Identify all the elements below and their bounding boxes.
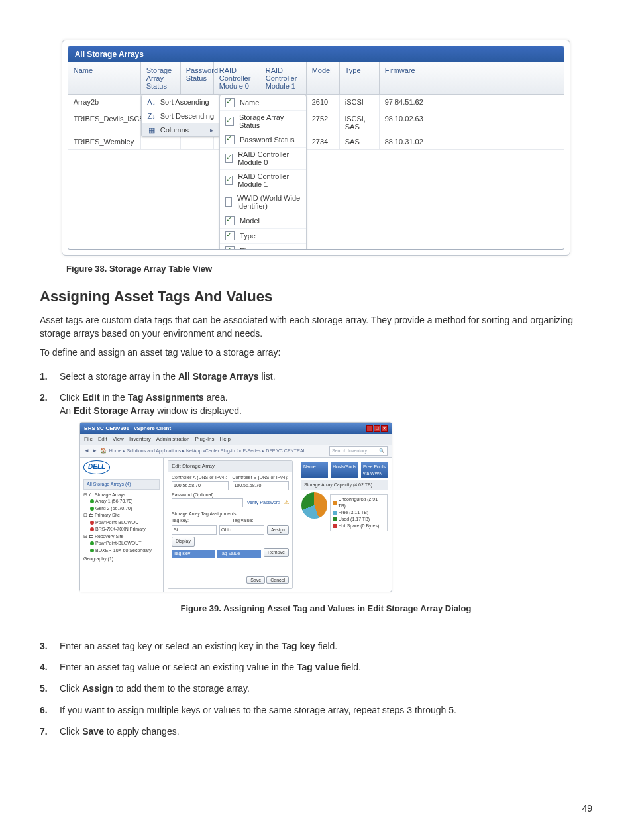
tagkey-input[interactable]: St (172, 525, 217, 535)
nav-tree: ⊟ 🗀 Storage Arrays Array 1 (56.70.70) Ge… (83, 492, 160, 563)
tab-name[interactable]: Name (301, 462, 328, 478)
controller-a-label: Controller A (DNS or IPv4): (172, 474, 229, 481)
controller-a-input[interactable]: 100.56.58.70 (172, 481, 229, 490)
close-icon[interactable]: × (381, 425, 388, 432)
sort-desc-label: Sort Descending (160, 112, 214, 120)
capacity-pie-chart (301, 492, 327, 519)
table-title: All Storage Arrays (68, 46, 564, 62)
chevron-right-icon: ▸ (210, 126, 214, 134)
th-password-status[interactable]: Password Status (181, 62, 214, 94)
column-context-menu: A↓Sort Ascending Z↓Sort Descending ▦Colu… (141, 95, 220, 137)
th-model[interactable]: Model (307, 62, 340, 94)
minimize-icon[interactable]: – (366, 425, 373, 432)
all-storage-arrays-link[interactable]: All Storage Arrays (4) (83, 479, 160, 490)
toolbar: ◄ ► 🏠 Home ▸ Solutions and Applications … (80, 445, 392, 458)
col-toggle-raid0[interactable]: RAID Controller Module 0 (220, 148, 306, 170)
step-4: Enter an asset tag value or select an ex… (40, 656, 592, 678)
tree-leaf[interactable]: Array 1 (56.70.70) (83, 498, 160, 505)
password-label: Password (Optional): (172, 492, 289, 498)
cell-fw: 88.10.31.02 (380, 134, 429, 149)
tab-freepools[interactable]: Free Pools via WWN (361, 462, 388, 478)
columns-label: Columns (160, 126, 189, 134)
controller-b-input[interactable]: 100.56.58.70 (233, 481, 290, 490)
th-name[interactable]: Name (68, 62, 141, 94)
nav-back-icon[interactable]: ◄ (84, 447, 89, 455)
tree-node[interactable]: Geography (1) (83, 556, 160, 563)
menu-bar: File Edit View Inventory Administration … (80, 434, 392, 445)
cell-name: Array2b (68, 95, 141, 111)
password-input[interactable] (172, 498, 243, 507)
sort-descending-item[interactable]: Z↓Sort Descending (142, 109, 219, 123)
cell-fw: 97.84.51.62 (380, 95, 429, 111)
tree-node[interactable]: ⊟ 🗀 Storage Arrays (83, 492, 160, 499)
checkbox-icon (225, 231, 235, 240)
checkbox-icon (225, 154, 233, 163)
cell-type: SAS (340, 134, 380, 149)
verify-password-link[interactable]: Verify Password (247, 499, 280, 506)
remove-button[interactable]: Remove (264, 548, 289, 557)
col-toggle-storage-array-status[interactable]: Storage Array Status (220, 111, 306, 132)
col-toggle-password-status[interactable]: Password Status (220, 132, 306, 148)
nav-fwd-icon[interactable]: ► (92, 447, 97, 455)
th-firmware[interactable]: Firmware (380, 62, 429, 94)
tree-leaf[interactable]: PowrPoint-BLOWOUT (83, 540, 160, 547)
maximize-icon[interactable]: □ (374, 425, 380, 432)
col-toggle-firmware[interactable]: Firmware (220, 244, 306, 250)
tree-leaf[interactable]: BRS-7XX-70XN Primary (83, 526, 160, 533)
sort-ascending-item[interactable]: A↓Sort Ascending (142, 95, 219, 109)
col-label: Name (240, 99, 259, 107)
tab-hosts[interactable]: Hosts/Ports (331, 462, 358, 478)
warning-icon: ⚠ (284, 499, 289, 507)
checkbox-icon (225, 197, 232, 207)
fig39-screenshot: BRS-8C-CENV301 - vSphere Client –□× File… (79, 422, 392, 592)
tree-leaf[interactable]: Gerd 2 (56.70.70) (83, 505, 160, 513)
tree-node[interactable]: ⊟ 🗀 Primary Site (83, 512, 160, 519)
col-label: Model (240, 217, 260, 225)
cell-model: 2610 (307, 95, 340, 111)
col-toggle-raid1[interactable]: RAID Controller Module 1 (220, 170, 306, 191)
columns-item[interactable]: ▦Columns▸ (142, 123, 219, 136)
menu-file[interactable]: File (84, 435, 93, 443)
assign-button[interactable]: Assign (267, 525, 289, 535)
col-label: WWID (World Wide Identifier) (237, 194, 301, 210)
col-toggle-type[interactable]: Type (220, 229, 306, 244)
search-input[interactable]: Search Inventory🔍 (329, 446, 388, 456)
home-icon[interactable]: 🏠 (100, 447, 107, 455)
section-heading: Assigning Asset Tags And Values (40, 288, 592, 305)
menu-inventory[interactable]: Inventory (129, 435, 151, 443)
menu-plugins[interactable]: Plug-ins (195, 435, 214, 443)
edit-box-title: Edit Storage Array (168, 461, 292, 472)
tree-node[interactable]: ⊟ 🗀 Recovery Site (83, 533, 160, 541)
display-tab[interactable]: Display (172, 537, 195, 546)
tagvalue-input[interactable]: Ohio (219, 525, 264, 535)
cell-name: TRIBES_Devils_iSCSI (68, 111, 141, 134)
save-button[interactable]: Save (246, 576, 265, 584)
columns-icon: ▦ (147, 125, 156, 134)
col-label: RAID Controller Module 0 (238, 150, 301, 166)
tagkey-col-header: Tag Key (172, 550, 215, 558)
checkbox-icon (225, 98, 235, 107)
th-storage-array-status[interactable]: Storage Array Status (141, 62, 181, 94)
menu-help[interactable]: Help (219, 435, 230, 443)
col-label: RAID Controller Module 1 (238, 172, 301, 188)
col-toggle-model[interactable]: Model (220, 213, 306, 229)
controller-b-label: Controller B (DNS or IPv4): (233, 474, 290, 481)
cell-type: iSCSI, SAS (340, 111, 380, 134)
col-toggle-name[interactable]: Name (220, 95, 306, 111)
cancel-button[interactable]: Cancel (266, 576, 289, 584)
cell-type: iSCSI (340, 95, 380, 111)
menu-view[interactable]: View (113, 435, 124, 443)
tree-leaf[interactable]: BOXER-10X-60 Secondary (83, 547, 160, 554)
th-type[interactable]: Type (340, 62, 380, 94)
fig39-caption: Figure 39. Assigning Asset Tag and Value… (60, 603, 592, 615)
col-toggle-wwid[interactable]: WWID (World Wide Identifier) (220, 191, 306, 213)
tree-leaf[interactable]: PowrPoint-BLOWOUT (83, 519, 160, 527)
cell-model: 2734 (307, 134, 340, 149)
checkbox-icon (225, 135, 235, 144)
th-raid1[interactable]: RAID Controller Module 1 (260, 62, 307, 94)
th-raid0[interactable]: RAID Controller Module 0 (214, 62, 260, 94)
fig38-screenshot: All Storage Arrays Name Storage Array St… (62, 40, 571, 256)
menu-edit[interactable]: Edit (98, 435, 107, 443)
menu-administration[interactable]: Administration (156, 435, 190, 443)
step-1: Select a storage array in the All Storag… (40, 366, 592, 387)
